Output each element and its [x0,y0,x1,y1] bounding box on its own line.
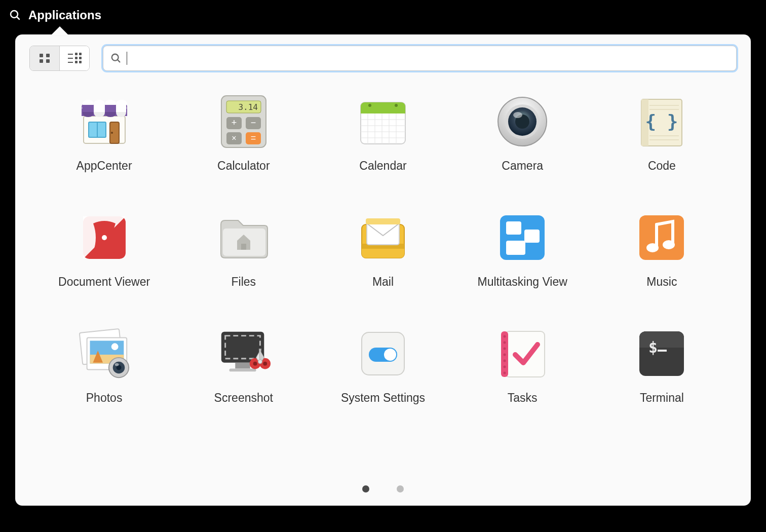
svg-rect-13 [75,61,78,63]
svg-rect-20 [94,105,105,112]
svg-rect-8 [68,62,73,63]
svg-rect-11 [75,57,78,59]
svg-rect-74 [524,230,540,243]
search-icon [9,9,21,21]
category-view-button[interactable] [59,46,89,70]
app-docviewer[interactable]: Document Viewer [40,209,169,289]
svg-line-1 [17,17,19,19]
app-multitask[interactable]: Multitasking View [458,209,587,289]
svg-point-25 [111,132,113,134]
applications-title[interactable]: Applications [28,8,101,22]
screenshot-icon [215,325,272,382]
svg-point-84 [111,343,118,350]
svg-rect-75 [506,241,525,255]
svg-point-88 [114,363,119,366]
svg-rect-73 [506,221,521,235]
svg-text:$: $ [648,338,658,356]
app-terminal[interactable]: $ Terminal [597,325,726,405]
search-input[interactable] [132,52,729,65]
page-dot-2[interactable] [397,485,404,492]
grid-view-button[interactable] [30,46,59,70]
svg-text:3.14: 3.14 [238,102,258,112]
calculator-icon: 3.14 + − × = [215,93,272,150]
app-appcenter[interactable]: AppCenter [40,93,169,173]
code-icon: { } [633,93,690,150]
svg-point-64 [102,235,107,240]
settings-icon [355,325,411,382]
docviewer-icon [76,209,133,266]
appcenter-icon [76,93,133,150]
svg-rect-2 [40,54,43,57]
svg-point-104 [504,341,506,344]
tasks-icon [494,325,551,382]
photos-icon [76,325,133,382]
mail-icon [355,209,411,266]
app-label: Screenshot [214,391,273,405]
app-label: Terminal [640,391,684,405]
svg-text:{ }: { } [645,111,678,132]
svg-rect-12 [79,57,82,59]
svg-point-78 [663,240,675,249]
app-label: Tasks [508,391,538,405]
app-label: AppCenter [76,159,132,173]
svg-line-16 [118,60,120,62]
category-view-icon [67,52,82,64]
app-label: Code [648,159,676,173]
svg-rect-92 [229,368,256,371]
svg-point-96 [263,362,267,366]
svg-rect-21 [116,105,126,112]
app-label: Files [232,275,256,289]
svg-text:+: + [232,118,237,128]
app-mail[interactable]: Mail [318,209,447,289]
app-grid: AppCenter 3.14 + − × = [29,88,737,405]
app-camera[interactable]: Camera [458,93,587,173]
svg-point-95 [253,362,257,366]
svg-point-41 [395,104,398,107]
svg-rect-66 [241,244,246,250]
app-files[interactable]: Files [179,209,308,289]
app-calendar[interactable]: Calendar [318,93,447,173]
app-label: Multitasking View [478,275,567,289]
app-tasks[interactable]: Tasks [458,325,587,405]
svg-rect-101 [505,331,545,377]
svg-point-109 [504,372,506,374]
svg-rect-70 [367,222,399,245]
svg-rect-114 [658,350,667,352]
svg-rect-10 [79,53,82,55]
svg-rect-9 [75,53,78,55]
svg-rect-71 [366,218,400,224]
svg-rect-19 [105,105,116,112]
app-label: Photos [86,391,123,405]
terminal-icon: $ [633,325,690,382]
popover-arrow [51,26,69,35]
svg-point-105 [504,348,506,350]
svg-point-55 [513,112,522,118]
svg-rect-5 [46,59,50,63]
svg-point-108 [504,366,506,368]
page-dot-1[interactable] [362,485,369,492]
text-cursor [127,52,127,65]
popover-header [29,46,737,71]
music-icon [633,209,690,266]
svg-point-77 [646,243,659,252]
svg-point-103 [504,335,506,338]
svg-rect-39 [361,109,405,113]
app-calculator[interactable]: 3.14 + − × = Calculator [179,93,308,173]
svg-rect-4 [40,59,43,63]
files-icon [215,209,272,266]
svg-text:=: = [251,133,256,143]
svg-point-106 [504,354,506,356]
app-screenshot[interactable]: Screenshot [179,325,308,405]
multitask-icon [494,209,551,266]
app-code[interactable]: { } Code [597,93,726,173]
search-icon [110,53,122,64]
app-settings[interactable]: System Settings [318,325,447,405]
app-photos[interactable]: Photos [40,325,169,405]
svg-text:×: × [232,134,236,142]
grid-view-icon [38,52,51,65]
page-indicator [29,470,737,492]
search-field[interactable] [103,46,737,71]
app-music[interactable]: Music [597,209,726,289]
app-label: Calendar [359,159,406,173]
svg-point-100 [384,349,396,361]
